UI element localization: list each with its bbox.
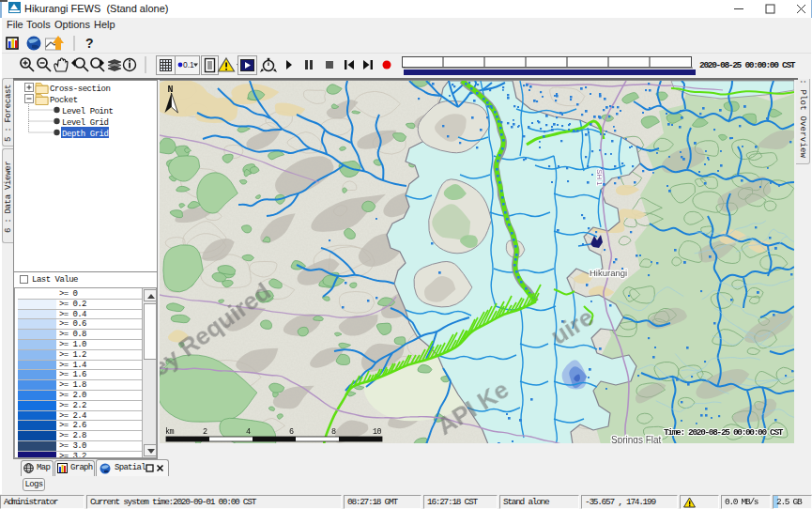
svg-text:km: km: [165, 427, 175, 437]
svg-text:2: 2: [203, 427, 207, 437]
svg-text:6: 6: [289, 427, 294, 437]
svg-text:Depth Grid: Depth Grid: [62, 130, 109, 139]
svg-text:Pocket: Pocket: [50, 96, 78, 105]
svg-text:SH 1: SH 1: [595, 169, 604, 186]
svg-text:Level Grid: Level Grid: [62, 118, 109, 128]
svg-text:0.1: 0.1: [183, 60, 194, 69]
svg-text:2020-08-25 00:00:00 CST: 2020-08-25 00:00:00 CST: [699, 60, 796, 70]
svg-text:10: 10: [373, 427, 382, 437]
svg-text:Level Point: Level Point: [62, 107, 114, 116]
svg-text:4: 4: [246, 427, 251, 437]
svg-text:Hikurangi: Hikurangi: [590, 268, 627, 278]
svg-text:Springs Flat: Springs Flat: [611, 435, 662, 443]
svg-text:Time: 2020-08-25 00:00:00 CST: Time: 2020-08-25 00:00:00 CST: [664, 427, 784, 438]
svg-text:Cross-section: Cross-section: [50, 85, 110, 94]
svg-text:?: ?: [85, 36, 94, 51]
svg-text:N: N: [168, 85, 174, 95]
svg-text:8: 8: [331, 427, 336, 437]
